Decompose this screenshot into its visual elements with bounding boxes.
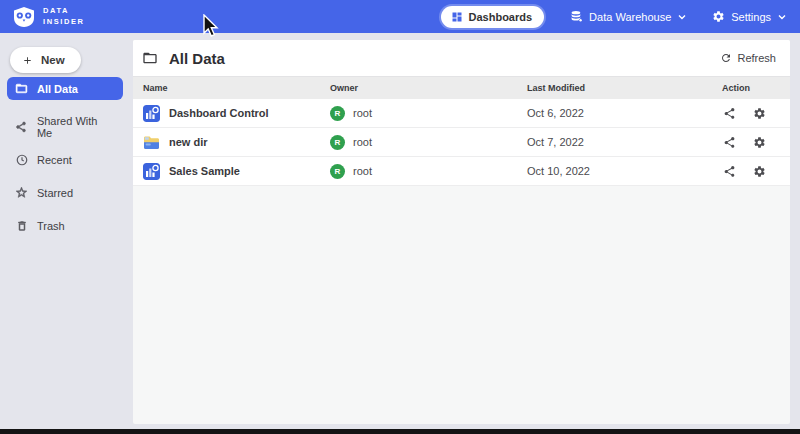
- share-icon: [15, 121, 28, 133]
- column-header-owner: Owner: [330, 83, 527, 93]
- gear-icon: [753, 165, 766, 178]
- sidebar-item-starred[interactable]: Starred: [7, 181, 123, 204]
- gear-icon: [753, 136, 766, 149]
- share-button[interactable]: [723, 107, 736, 120]
- brand-line2: INSIDER: [43, 17, 85, 27]
- column-header-action: Action: [722, 83, 790, 93]
- sidebar-item-trash[interactable]: Trash: [7, 214, 123, 237]
- sidebar-item-shared-with-me[interactable]: Shared With Me: [7, 115, 123, 138]
- owner-name: root: [353, 165, 372, 177]
- share-icon: [723, 165, 736, 178]
- page-title: All Data: [169, 50, 225, 67]
- table-header: Name Owner Last Modified Action: [133, 77, 790, 99]
- content-panel: All Data Refresh Name Owner Last Modifie…: [133, 40, 790, 424]
- brand-line1: DATA: [43, 6, 85, 16]
- sidebar: New All Data Shared With Me: [0, 33, 127, 429]
- folder-file-icon: [143, 134, 160, 151]
- table-row[interactable]: new dir R root Oct 7, 2022: [133, 128, 790, 157]
- share-button[interactable]: [723, 136, 736, 149]
- table-row[interactable]: Sales Sample R root Oct 10, 2022: [133, 157, 790, 186]
- dashboard-file-icon: [143, 163, 160, 180]
- sidebar-item-recent[interactable]: Recent: [7, 148, 123, 171]
- last-modified: Oct 7, 2022: [527, 136, 722, 148]
- share-icon: [723, 107, 736, 120]
- last-modified: Oct 10, 2022: [527, 165, 722, 177]
- row-settings-button[interactable]: [753, 107, 766, 120]
- settings-menu[interactable]: Settings: [712, 10, 786, 23]
- star-icon: [15, 186, 28, 199]
- trash-icon: [15, 220, 28, 232]
- column-header-name: Name: [143, 83, 330, 93]
- new-button[interactable]: New: [10, 47, 81, 73]
- row-name: Sales Sample: [169, 165, 240, 177]
- last-modified: Oct 6, 2022: [527, 107, 722, 119]
- row-name: new dir: [169, 136, 208, 148]
- chevron-down-icon: [778, 14, 786, 20]
- dashboards-button[interactable]: Dashboards: [441, 6, 545, 28]
- share-button[interactable]: [723, 165, 736, 178]
- row-settings-button[interactable]: [753, 136, 766, 149]
- data-warehouse-menu[interactable]: Data Warehouse: [570, 10, 686, 23]
- sidebar-item-label: Recent: [37, 154, 72, 166]
- owner-name: root: [353, 107, 372, 119]
- owner-avatar: R: [330, 106, 345, 121]
- sidebar-item-label: All Data: [37, 83, 78, 95]
- gear-icon: [753, 107, 766, 120]
- sidebar-item-label: Shared With Me: [37, 115, 115, 139]
- row-name: Dashboard Control: [169, 107, 269, 119]
- folder-icon: [142, 50, 158, 66]
- refresh-label: Refresh: [737, 52, 776, 64]
- gear-icon: [712, 10, 725, 23]
- clock-icon: [15, 154, 28, 166]
- share-icon: [723, 136, 736, 149]
- dashboard-icon: [451, 11, 463, 23]
- row-settings-button[interactable]: [753, 165, 766, 178]
- sidebar-item-label: Trash: [37, 220, 65, 232]
- sidebar-item-all-data[interactable]: All Data: [7, 77, 123, 100]
- new-button-label: New: [41, 54, 65, 66]
- sidebar-item-label: Starred: [37, 187, 73, 199]
- data-warehouse-label: Data Warehouse: [589, 11, 671, 23]
- owner-avatar: R: [330, 164, 345, 179]
- owl-logo-icon: [12, 5, 36, 29]
- owner-avatar: R: [330, 135, 345, 150]
- refresh-icon: [720, 52, 732, 64]
- refresh-button[interactable]: Refresh: [720, 52, 776, 64]
- bottom-bar: [0, 429, 800, 434]
- column-header-last-modified: Last Modified: [527, 83, 722, 93]
- owner-name: root: [353, 136, 372, 148]
- plus-icon: [22, 55, 33, 66]
- database-icon: [570, 10, 583, 23]
- folder-icon: [15, 82, 28, 95]
- chevron-down-icon: [678, 14, 686, 20]
- app-header: DATA INSIDER Dashboards Data Warehouse: [0, 0, 800, 33]
- brand-logo: DATA INSIDER: [12, 5, 85, 29]
- settings-label: Settings: [731, 11, 771, 23]
- dashboards-label: Dashboards: [469, 11, 533, 23]
- dashboard-file-icon: [143, 105, 160, 122]
- table-row[interactable]: Dashboard Control R root Oct 6, 2022: [133, 99, 790, 128]
